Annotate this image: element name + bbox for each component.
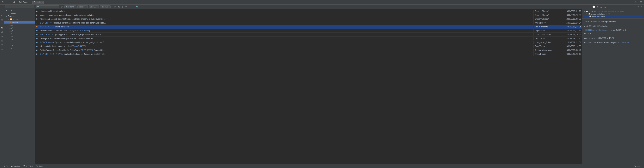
left-icon-pin[interactable]: ✦ <box>0 22 4 25</box>
commit-row-3[interactable]: ↓ IDEA-CR-44957 improve performance of s… <box>35 21 582 25</box>
sidebar-123-label: 123 <box>10 36 13 38</box>
commit-detail-show-all[interactable]: Show all <box>622 42 629 44</box>
eye-btn[interactable]: 👁 <box>124 5 128 8</box>
commit-row-0[interactable]: introduce nullize(s, defValue) Gregory.S… <box>35 9 582 13</box>
status-event-log-label: Event Log <box>634 165 642 167</box>
sidebar-item-115[interactable]: 115 <box>4 24 35 26</box>
pick-btn[interactable]: ↳ <box>129 5 132 8</box>
commit-settings-btn[interactable]: ⚙ <box>60 5 64 8</box>
commit-search-input[interactable] <box>36 5 59 8</box>
commit-detail-id[interactable]: IDEA-208437 <box>584 21 597 23</box>
commit-link-6[interactable]: IDEA-CR-44897 <box>40 34 54 36</box>
sidebar-item-master-remote[interactable]: ★ master <box>4 20 35 24</box>
sort-btn[interactable]: ↕ <box>121 5 124 8</box>
v-line-11 <box>37 54 37 55</box>
commit-detail-email: <kirill.kirichenko@jetbrains.com> <box>584 29 613 31</box>
left-icon-sort2[interactable]: ≡ <box>0 48 4 51</box>
sidebar-item-121[interactable]: 121 <box>4 32 35 35</box>
sidebar-item-129[interactable]: 129 <box>4 44 35 47</box>
left-icon-delete[interactable]: 🗑 <box>0 18 4 21</box>
left-icon-star[interactable]: ★ <box>0 35 4 38</box>
commit-row-8[interactable]: IDEA-CR-44889: Synchronization of change… <box>35 40 582 44</box>
graph-btn[interactable]: ⑆ <box>118 5 120 8</box>
file-tree-file[interactable]: ☕ HelpTooltip.java <box>583 15 643 18</box>
filter-branch[interactable]: Branch: All ↕ <box>64 5 76 8</box>
commit-date-8: 12/03/2019, 21:51 <box>558 41 582 44</box>
commit-date-0: 13/03/2019, 21:16 <box>558 10 582 13</box>
sidebar-item-119[interactable]: 119 <box>4 30 35 32</box>
status-event-log[interactable]: Event Log <box>633 165 643 167</box>
left-icon-check[interactable]: ✓ <box>0 14 4 17</box>
left-icon-sort1[interactable]: ≡ <box>0 43 4 46</box>
sidebar-item-master-local[interactable]: 🏷 master <box>4 12 35 15</box>
v-line-1 <box>37 14 37 16</box>
commit-link-5[interactable]: IDEA-CR-42756 <box>75 30 89 32</box>
search-commits-btn[interactable]: 🔍 <box>135 5 139 8</box>
menu-pull-req[interactable]: Pull Requ... <box>18 1 30 4</box>
left-icon-layout[interactable]: ⊞ <box>0 39 4 42</box>
commit-author-6: Daniil Ovchinnikov <box>534 33 558 36</box>
commit-row-5[interactable]: JoinLinesHandler: check marker validity … <box>35 29 582 33</box>
filter-user[interactable]: User: All ↕ <box>78 5 88 8</box>
sidebar-item-remote[interactable]: ▼ Remote <box>4 15 35 18</box>
commit-row-7[interactable]: [devkit] InspectionNotFoundInspection: h… <box>35 36 582 40</box>
settings-icon[interactable]: ⚙ <box>634 1 637 4</box>
left-icon-add[interactable]: + <box>0 10 4 13</box>
commit-author-10: Rustam Vishnyakov <box>534 48 558 52</box>
undo-btn[interactable]: ↩ <box>588 5 591 8</box>
menu-log-all[interactable]: Log: all <box>8 1 16 4</box>
sidebar-item-origin[interactable]: ▼ 📁 origin <box>4 18 35 20</box>
commit-link-11b[interactable]: PY-34437 <box>55 53 63 55</box>
filter-date[interactable]: Date: All ↕ <box>89 5 99 8</box>
menu-git[interactable]: Git: <box>1 1 6 4</box>
left-icon-back[interactable]: ‹ <box>0 5 4 8</box>
tab-console[interactable]: Console × <box>32 1 44 4</box>
commit-link-4[interactable]: IDEA-208437 <box>40 26 51 28</box>
history-btn[interactable]: 🕐 <box>592 5 596 8</box>
status-todo[interactable]: ☰ 6: TODO <box>23 165 34 167</box>
graph-col-1 <box>35 14 39 16</box>
layout-btn1[interactable]: ☰ <box>600 5 603 8</box>
file-tree-subfolder[interactable]: ▼ 📁 src/com/intellij/ide 1 file <box>583 13 643 15</box>
sidebar-item-local[interactable]: ▼ Local <box>4 9 35 12</box>
file-tree-root[interactable]: ▼ 📁 intellij.platform.ide 1 file ~/IdeaP… <box>583 10 643 13</box>
commit-row-4[interactable]: IDEA-208437 Fix wrong condition Kirill K… <box>35 25 582 29</box>
commit-row-6[interactable]: IDEA-CR-44897: [groovy] extract DefaultU… <box>35 33 582 36</box>
graph-col-5 <box>35 30 39 31</box>
file-tree: ▼ 📁 intellij.platform.ide 1 file ~/IdeaP… <box>582 9 644 19</box>
filter-paths[interactable]: Paths: All ↕ <box>100 5 110 8</box>
refresh-btn[interactable]: ↺ <box>113 5 116 8</box>
commit-link-3[interactable]: IDEA-CR-44957 <box>40 22 54 24</box>
commit-date-4: 14/03/2019, 13:25 <box>558 25 582 28</box>
right-sort-btn[interactable]: ≡ <box>637 5 640 8</box>
status-terminal[interactable]: ▶ Terminal <box>10 165 21 167</box>
tab-close-icon[interactable]: × <box>42 1 42 3</box>
commit-link-11a[interactable]: IDEA-CR-44949 <box>40 53 54 55</box>
commit-row-11[interactable]: IDEA-CR-44949: PY-34437 Duplicate shortc… <box>35 52 582 56</box>
sidebar-item-131[interactable]: 131 <box>4 47 35 50</box>
sidebar-item-123[interactable]: 123 <box>4 35 35 38</box>
commit-link-10[interactable]: IDEA-199518 <box>82 49 93 51</box>
left-icon-refresh[interactable]: ↺ <box>0 30 4 34</box>
graph-view-btn[interactable]: ⑆ <box>596 5 599 8</box>
sidebar-item-117[interactable]: 117 <box>4 26 35 30</box>
commit-link-8[interactable]: IDEA-CR-44889 <box>40 41 54 44</box>
commit-row-2[interactable]: introduce JBTabbedPane#tabComponentInset… <box>35 17 582 21</box>
layout-btn2[interactable]: ☰ <box>604 5 607 8</box>
right-settings-btn[interactable]: ≡ <box>640 5 643 8</box>
sidebar-item-125[interactable]: 125 <box>4 38 35 41</box>
sidebar-item-127[interactable]: 127 <box>4 41 35 44</box>
menu-icon[interactable]: ☰ <box>639 1 643 4</box>
commit-row-9[interactable]: Infer purity in simple recursive calls (… <box>35 44 582 48</box>
status-git[interactable]: ⑆ 9: Git <box>1 165 8 167</box>
v-line-0 <box>37 10 37 12</box>
status-build[interactable]: 🔨 Build <box>36 165 44 167</box>
expand-changes-btn[interactable]: → <box>584 5 587 8</box>
sidebar-search-input[interactable] <box>5 5 34 8</box>
commit-date-7: 14/03/2019, 13:10 <box>558 37 582 40</box>
commit-link-9[interactable]: IDEA-CR-44893 <box>71 45 85 48</box>
graph-col-6 <box>35 34 39 35</box>
commit-row-10[interactable]: TrailingSpacesOptionsProvider for Editor… <box>35 48 582 52</box>
commit-row-1[interactable]: extract common json, structural search a… <box>35 13 582 17</box>
left-icon-search[interactable]: 🔍 <box>0 26 4 30</box>
